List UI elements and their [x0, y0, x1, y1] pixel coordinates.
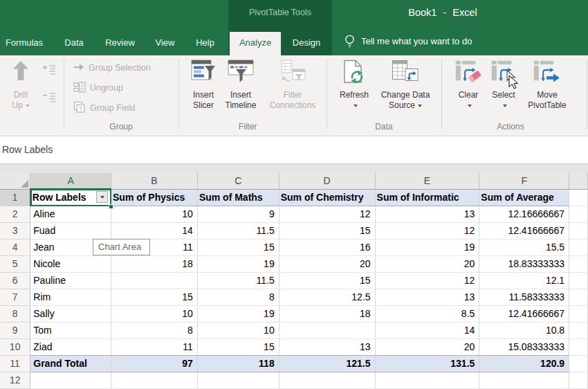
row-header-11[interactable]: 11: [0, 355, 30, 372]
cell-A3[interactable]: Fuad: [30, 222, 111, 239]
cell-A10[interactable]: Ziad: [30, 338, 111, 355]
cell-F11[interactable]: 120.9: [479, 355, 569, 372]
cell-A11[interactable]: Grand Total: [30, 355, 111, 372]
row-header-5[interactable]: 5: [0, 255, 30, 272]
column-header-D[interactable]: D: [279, 173, 375, 189]
row-header-8[interactable]: 8: [0, 305, 30, 322]
cell-D3[interactable]: 15: [279, 222, 375, 239]
cell-C1[interactable]: Sum of Maths: [197, 189, 279, 206]
cell-D12[interactable]: [279, 372, 375, 388]
cell-G11[interactable]: [569, 355, 588, 372]
cell-G5[interactable]: [569, 255, 588, 272]
cell-G9[interactable]: [569, 322, 588, 338]
cell-F8[interactable]: 12.41666667: [479, 305, 569, 322]
cell-D8[interactable]: 18: [279, 305, 375, 322]
cell-F7[interactable]: 11.58333333: [479, 289, 569, 305]
cell-G4[interactable]: [569, 239, 588, 255]
row-header-7[interactable]: 7: [0, 289, 30, 305]
row-header-1[interactable]: 1: [0, 189, 30, 206]
cell-C11[interactable]: 118: [197, 355, 279, 372]
cell-F12[interactable]: [479, 372, 569, 388]
tab-data[interactable]: Data: [57, 32, 91, 55]
row-header-3[interactable]: 3: [0, 222, 30, 239]
cell-E3[interactable]: 12: [375, 222, 479, 239]
select-all-corner[interactable]: [0, 173, 30, 189]
cell-E5[interactable]: 20: [375, 255, 479, 272]
tab-review[interactable]: Review: [97, 32, 143, 55]
change-data-source-button[interactable]: Change Data Source: [374, 58, 437, 111]
refresh-button[interactable]: Refresh: [335, 58, 374, 111]
cell-G3[interactable]: [569, 222, 588, 239]
cell-E9[interactable]: 14: [375, 322, 479, 338]
row-header-2[interactable]: 2: [0, 206, 30, 222]
cell-G2[interactable]: [569, 206, 588, 222]
cell-F6[interactable]: 12.1: [479, 272, 569, 289]
fill-handle[interactable]: [109, 204, 113, 209]
column-header-C[interactable]: C: [197, 173, 279, 189]
cell-C8[interactable]: 19: [197, 305, 279, 322]
cell-G1[interactable]: [569, 189, 588, 206]
cell-C2[interactable]: 9: [197, 206, 279, 222]
cell-G6[interactable]: [569, 272, 588, 289]
cell-D1[interactable]: Sum of Chemistry: [279, 189, 375, 206]
cell-B9[interactable]: 8: [111, 322, 198, 338]
row-labels-filter-button[interactable]: [96, 191, 108, 203]
cell-B5[interactable]: 18: [111, 255, 198, 272]
cell-B11[interactable]: 97: [111, 355, 198, 372]
clear-button[interactable]: Clear: [451, 58, 486, 111]
tell-me-box[interactable]: Tell me what you want to do: [361, 36, 472, 46]
row-header-9[interactable]: 9: [0, 322, 30, 338]
tab-analyze[interactable]: Analyze: [230, 32, 281, 55]
formula-bar[interactable]: Row Labels: [0, 136, 588, 164]
tab-help[interactable]: Help: [187, 32, 223, 55]
cell-C7[interactable]: 8: [197, 289, 279, 305]
row-header-4[interactable]: 4: [0, 239, 30, 255]
tab-formulas[interactable]: Formulas: [0, 32, 48, 55]
row-header-12[interactable]: 12: [0, 372, 30, 388]
tab-design[interactable]: Design: [284, 32, 329, 55]
cell-E12[interactable]: [375, 372, 479, 388]
column-header-A[interactable]: A: [30, 173, 111, 189]
cell-A12[interactable]: [30, 372, 111, 388]
insert-slicer-button[interactable]: Insert Slicer: [187, 58, 220, 111]
cell-F3[interactable]: 12.41666667: [479, 222, 569, 239]
row-header-6[interactable]: 6: [0, 272, 30, 289]
cell-B10[interactable]: 11: [111, 338, 198, 355]
cell-E6[interactable]: 12: [375, 272, 479, 289]
cell-F1[interactable]: Sum of Average: [479, 189, 569, 206]
cell-C3[interactable]: 11.5: [197, 222, 279, 239]
cell-G12[interactable]: [569, 372, 588, 388]
cell-F9[interactable]: 10.8: [479, 322, 569, 338]
cell-B8[interactable]: 10: [111, 305, 198, 322]
cell-F10[interactable]: 15.08333333: [479, 338, 569, 355]
cell-D4[interactable]: 16: [279, 239, 375, 255]
cell-D2[interactable]: 12: [279, 206, 375, 222]
cell-G7[interactable]: [569, 289, 588, 305]
cell-A2[interactable]: Aline: [30, 206, 111, 222]
cell-A6[interactable]: Pauline: [30, 272, 111, 289]
row-header-10[interactable]: 10: [0, 338, 30, 355]
cell-F4[interactable]: 15.5: [479, 239, 569, 255]
column-header-E[interactable]: E: [375, 173, 479, 189]
cell-A5[interactable]: Nicole: [30, 255, 111, 272]
cell-D6[interactable]: 15: [279, 272, 375, 289]
cell-C6[interactable]: 11.5: [197, 272, 279, 289]
insert-timeline-button[interactable]: Insert Timeline: [223, 58, 259, 111]
cell-C12[interactable]: [197, 372, 279, 388]
cell-C4[interactable]: 15: [197, 239, 279, 255]
cell-G10[interactable]: [569, 338, 588, 355]
cell-D9[interactable]: [279, 322, 375, 338]
cell-F2[interactable]: 12.16666667: [479, 206, 569, 222]
cell-B2[interactable]: 10: [111, 206, 198, 222]
cell-B12[interactable]: [111, 372, 198, 388]
cell-E11[interactable]: 131.5: [375, 355, 479, 372]
cell-A8[interactable]: Sally: [30, 305, 111, 322]
cell-B7[interactable]: 15: [111, 289, 198, 305]
cell-F5[interactable]: 18.83333333: [479, 255, 569, 272]
cell-D10[interactable]: 13: [279, 338, 375, 355]
column-header-F[interactable]: F: [479, 173, 569, 189]
cell-E7[interactable]: 13: [375, 289, 479, 305]
cell-D5[interactable]: 20: [279, 255, 375, 272]
cell-D11[interactable]: 121.5: [279, 355, 375, 372]
cell-G8[interactable]: [569, 305, 588, 322]
